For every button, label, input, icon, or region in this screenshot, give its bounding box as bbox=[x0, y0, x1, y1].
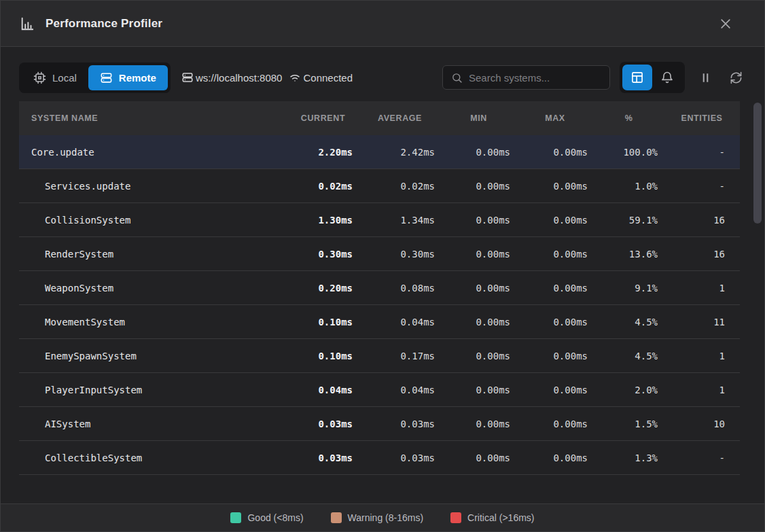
cell-percent: 13.6% bbox=[594, 249, 664, 260]
cell-max: 0.00ms bbox=[516, 317, 594, 327]
cell-entities: 1 bbox=[664, 385, 740, 395]
cell-average: 2.42ms bbox=[359, 147, 441, 158]
legend-footer: Good (<8ms)Warning (8-16ms)Critical (>16… bbox=[1, 503, 764, 531]
column-header-average[interactable]: AVERAGE bbox=[359, 113, 441, 123]
connection-url-text: ws://localhost:8080 bbox=[196, 72, 283, 84]
view-toggle-group bbox=[620, 62, 685, 93]
legend-label: Good (<8ms) bbox=[247, 512, 303, 523]
cell-name: AISystem bbox=[19, 419, 287, 429]
cell-min: 0.00ms bbox=[441, 147, 516, 158]
cell-current: 0.10ms bbox=[287, 351, 359, 361]
cell-current: 0.03ms bbox=[287, 453, 359, 463]
cell-current: 0.30ms bbox=[287, 249, 359, 260]
refresh-button[interactable] bbox=[726, 65, 746, 90]
search-box bbox=[442, 65, 610, 90]
table-row[interactable]: CollisionSystem1.30ms1.34ms0.00ms0.00ms5… bbox=[19, 203, 740, 237]
legend-item: Good (<8ms) bbox=[230, 512, 303, 523]
column-header-current[interactable]: CURRENT bbox=[287, 113, 359, 123]
table-row[interactable]: EnemySpawnSystem0.10ms0.17ms0.00ms0.00ms… bbox=[19, 339, 740, 373]
cell-min: 0.00ms bbox=[441, 283, 516, 294]
table-body: Core.update2.20ms2.42ms0.00ms0.00ms100.0… bbox=[19, 135, 740, 475]
connection-status: Connected bbox=[289, 71, 353, 84]
clipped-row bbox=[19, 475, 740, 486]
column-header-max[interactable]: MAX bbox=[516, 113, 594, 123]
column-header-entities[interactable]: ENTITIES bbox=[664, 113, 740, 123]
cell-max: 0.00ms bbox=[516, 385, 594, 395]
cell-entities: 10 bbox=[664, 419, 740, 429]
table-row[interactable]: PlayerInputSystem0.04ms0.04ms0.00ms0.00m… bbox=[19, 373, 740, 407]
cell-percent: 4.5% bbox=[594, 351, 664, 361]
wifi-icon bbox=[289, 71, 301, 84]
table-row[interactable]: AISystem0.03ms0.03ms0.00ms0.00ms1.5%10 bbox=[19, 407, 740, 441]
table-row[interactable]: Services.update0.02ms0.02ms0.00ms0.00ms1… bbox=[19, 169, 740, 203]
title-bar: Performance Profiler bbox=[1, 1, 764, 47]
cell-min: 0.00ms bbox=[441, 249, 516, 260]
cell-entities: 11 bbox=[664, 317, 740, 327]
legend-label: Critical (>16ms) bbox=[467, 512, 534, 523]
cell-min: 0.00ms bbox=[441, 215, 516, 226]
cell-current: 0.02ms bbox=[287, 181, 359, 192]
cell-percent: 100.0% bbox=[594, 147, 664, 158]
cell-percent: 1.3% bbox=[594, 453, 664, 463]
table-row[interactable]: MovementSystem0.10ms0.04ms0.00ms0.00ms4.… bbox=[19, 305, 740, 339]
cell-average: 0.04ms bbox=[359, 317, 441, 327]
cell-current: 0.20ms bbox=[287, 283, 359, 294]
table-view-button[interactable] bbox=[622, 65, 652, 90]
toolbar: Local Remote ws://localhost:8080 bbox=[19, 62, 746, 93]
cell-name: Core.update bbox=[19, 147, 287, 158]
cell-name: WeaponSystem bbox=[19, 283, 287, 294]
column-header-system-name[interactable]: SYSTEM NAME bbox=[19, 113, 287, 123]
pause-icon bbox=[699, 71, 712, 84]
cell-average: 1.34ms bbox=[359, 215, 441, 226]
legend-item: Critical (>16ms) bbox=[450, 512, 534, 523]
cell-average: 0.02ms bbox=[359, 181, 441, 192]
cell-name: Services.update bbox=[19, 181, 287, 192]
cell-percent: 1.5% bbox=[594, 419, 664, 429]
legend-swatch-icon bbox=[230, 512, 241, 523]
legend-item: Warning (8-16ms) bbox=[331, 512, 424, 523]
pause-button[interactable] bbox=[695, 65, 715, 90]
cell-max: 0.00ms bbox=[516, 351, 594, 361]
server-icon bbox=[100, 71, 113, 84]
cell-name: MovementSystem bbox=[19, 317, 287, 327]
connection-url: ws://localhost:8080 bbox=[181, 71, 283, 84]
scrollbar-thumb[interactable] bbox=[753, 103, 762, 224]
cell-entities: - bbox=[664, 453, 740, 463]
cpu-icon bbox=[33, 71, 46, 84]
page-title: Performance Profiler bbox=[46, 17, 162, 31]
cell-max: 0.00ms bbox=[516, 147, 594, 158]
systems-table: SYSTEM NAME CURRENT AVERAGE MIN MAX % EN… bbox=[19, 101, 740, 503]
cell-average: 0.30ms bbox=[359, 249, 441, 260]
connection-status-text: Connected bbox=[303, 72, 353, 84]
table-row[interactable]: WeaponSystem0.20ms0.08ms0.00ms0.00ms9.1%… bbox=[19, 271, 740, 305]
performance-profiler-window: Performance Profiler Local bbox=[0, 0, 765, 532]
cell-percent: 2.0% bbox=[594, 385, 664, 395]
table-row[interactable]: CollectibleSystem0.03ms0.03ms0.00ms0.00m… bbox=[19, 441, 740, 475]
cell-entities: 1 bbox=[664, 283, 740, 294]
search-input[interactable] bbox=[469, 72, 604, 84]
cell-name: EnemySpawnSystem bbox=[19, 351, 287, 361]
column-header-min[interactable]: MIN bbox=[441, 113, 516, 123]
alerts-button[interactable] bbox=[652, 65, 682, 90]
table-row[interactable]: Core.update2.20ms2.42ms0.00ms0.00ms100.0… bbox=[19, 135, 740, 169]
cell-max: 0.00ms bbox=[516, 215, 594, 226]
cell-current: 1.30ms bbox=[287, 215, 359, 226]
connection-mode-toggle: Local Remote bbox=[19, 63, 171, 93]
close-button[interactable] bbox=[714, 12, 737, 35]
cell-min: 0.00ms bbox=[441, 385, 516, 395]
cell-current: 0.03ms bbox=[287, 419, 359, 429]
cell-percent: 9.1% bbox=[594, 283, 664, 294]
remote-mode-button[interactable]: Remote bbox=[88, 65, 168, 90]
local-mode-button[interactable]: Local bbox=[22, 65, 88, 90]
table-row[interactable]: RenderSystem0.30ms0.30ms0.00ms0.00ms13.6… bbox=[19, 237, 740, 271]
cell-name: RenderSystem bbox=[19, 249, 287, 260]
column-header-percent[interactable]: % bbox=[594, 113, 664, 123]
cell-min: 0.00ms bbox=[441, 317, 516, 327]
legend-swatch-icon bbox=[331, 512, 342, 523]
scrollbar-track[interactable] bbox=[753, 103, 762, 501]
cell-min: 0.00ms bbox=[441, 351, 516, 361]
close-icon bbox=[719, 17, 732, 31]
cell-entities: 16 bbox=[664, 249, 740, 260]
remote-mode-label: Remote bbox=[119, 72, 156, 84]
table-header-row: SYSTEM NAME CURRENT AVERAGE MIN MAX % EN… bbox=[19, 101, 740, 135]
